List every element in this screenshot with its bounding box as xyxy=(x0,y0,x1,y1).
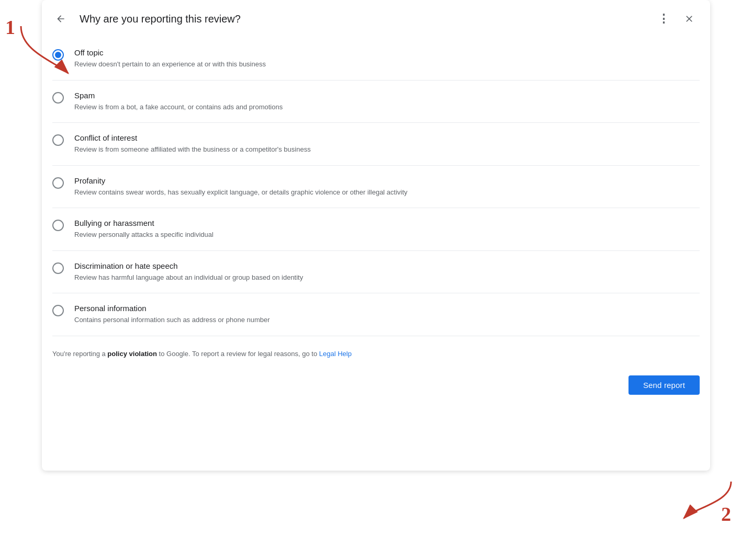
send-report-button[interactable]: Send report xyxy=(628,375,700,395)
close-button[interactable] xyxy=(679,8,700,29)
radio-inner-off_topic xyxy=(55,52,61,58)
annotation-number-2: 2 xyxy=(721,502,731,525)
option-item-bullying[interactable]: Bullying or harassmentReview personally … xyxy=(52,208,700,251)
more-options-button[interactable]: ⋮ xyxy=(654,8,675,29)
option-item-discrimination[interactable]: Discrimination or hate speechReview has … xyxy=(52,251,700,294)
option-desc-profanity: Review contains swear words, has sexuall… xyxy=(74,187,408,198)
legal-help-link[interactable]: Legal Help xyxy=(319,350,352,358)
radio-outer-personal_info xyxy=(52,305,64,316)
option-title-discrimination: Discrimination or hate speech xyxy=(74,261,303,270)
option-desc-conflict_of_interest: Review is from someone affiliated with t… xyxy=(74,144,311,155)
annotation-1: 1 xyxy=(5,16,15,39)
annotation-number-1: 1 xyxy=(5,16,15,38)
radio-outer-bullying xyxy=(52,220,64,231)
option-desc-personal_info: Contains personal information such as ad… xyxy=(74,315,270,325)
option-text-off_topic: Off topicReview doesn't pertain to an ex… xyxy=(74,48,266,70)
option-text-conflict_of_interest: Conflict of interestReview is from someo… xyxy=(74,133,311,155)
option-desc-bullying: Review personally attacks a specific ind… xyxy=(74,230,214,240)
option-text-discrimination: Discrimination or hate speechReview has … xyxy=(74,261,303,283)
option-item-personal_info[interactable]: Personal informationContains personal in… xyxy=(52,293,700,336)
radio-spam[interactable] xyxy=(52,92,64,104)
more-icon: ⋮ xyxy=(658,12,670,26)
radio-outer-discrimination xyxy=(52,262,64,274)
option-desc-off_topic: Review doesn't pertain to an experience … xyxy=(74,59,266,70)
dialog-header: Why are you reporting this review? ⋮ xyxy=(42,0,710,38)
radio-outer-conflict_of_interest xyxy=(52,134,64,146)
radio-off_topic[interactable] xyxy=(52,49,64,61)
radio-bullying[interactable] xyxy=(52,220,64,231)
option-item-off_topic[interactable]: Off topicReview doesn't pertain to an ex… xyxy=(52,38,700,81)
radio-outer-off_topic xyxy=(52,49,64,61)
option-desc-discrimination: Review has harmful language about an ind… xyxy=(74,272,303,283)
option-item-conflict_of_interest[interactable]: Conflict of interestReview is from someo… xyxy=(52,123,700,166)
option-title-spam: Spam xyxy=(74,91,283,100)
option-text-bullying: Bullying or harassmentReview personally … xyxy=(74,219,214,240)
option-title-bullying: Bullying or harassment xyxy=(74,219,214,227)
option-title-conflict_of_interest: Conflict of interest xyxy=(74,133,311,142)
radio-personal_info[interactable] xyxy=(52,305,64,316)
option-title-off_topic: Off topic xyxy=(74,48,266,57)
radio-outer-profanity xyxy=(52,177,64,189)
footer-prefix: You're reporting a xyxy=(52,350,107,358)
footer-note: You're reporting a policy violation to G… xyxy=(42,336,710,368)
radio-profanity[interactable] xyxy=(52,177,64,189)
option-text-spam: SpamReview is from a bot, a fake account… xyxy=(74,91,283,112)
radio-discrimination[interactable] xyxy=(52,262,64,274)
option-desc-spam: Review is from a bot, a fake account, or… xyxy=(74,102,283,112)
option-text-personal_info: Personal informationContains personal in… xyxy=(74,304,270,325)
footer-actions: Send report xyxy=(42,367,710,412)
radio-outer-spam xyxy=(52,92,64,104)
option-title-profanity: Profanity xyxy=(74,176,408,185)
radio-conflict_of_interest[interactable] xyxy=(52,134,64,146)
dialog-title: Why are you reporting this review? xyxy=(80,13,654,25)
back-button[interactable] xyxy=(50,8,71,29)
option-item-profanity[interactable]: ProfanityReview contains swear words, ha… xyxy=(52,166,700,209)
option-item-spam[interactable]: SpamReview is from a bot, a fake account… xyxy=(52,81,700,123)
header-icons: ⋮ xyxy=(654,8,700,29)
footer-middle: to Google. To report a review for legal … xyxy=(157,350,319,358)
option-text-profanity: ProfanityReview contains swear words, ha… xyxy=(74,176,408,198)
option-title-personal_info: Personal information xyxy=(74,304,270,313)
options-list: Off topicReview doesn't pertain to an ex… xyxy=(42,38,710,336)
footer-bold: policy violation xyxy=(107,350,157,358)
report-dialog: Why are you reporting this review? ⋮ Off… xyxy=(42,0,710,471)
